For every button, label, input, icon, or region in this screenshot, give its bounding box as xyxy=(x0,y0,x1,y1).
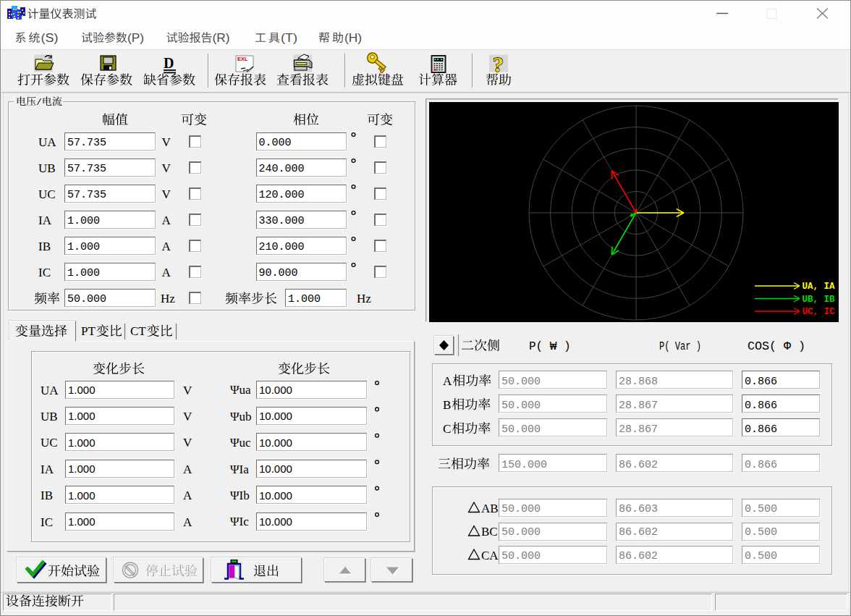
svg-text:CT: CT xyxy=(130,324,146,338)
svg-text:A: A xyxy=(183,489,192,502)
svg-text:10.000: 10.000 xyxy=(259,515,292,528)
svg-text:10.000: 10.000 xyxy=(259,410,292,422)
svg-text:210.000: 210.000 xyxy=(259,241,305,253)
svg-text:0.500: 0.500 xyxy=(745,503,777,515)
svg-text:50.000: 50.000 xyxy=(501,526,541,539)
svg-text:V: V xyxy=(162,161,172,175)
svg-text:AB: AB xyxy=(481,502,499,515)
svg-text:10.000: 10.000 xyxy=(259,463,292,475)
svg-text:V: V xyxy=(162,187,172,201)
svg-text:D: D xyxy=(164,55,174,71)
svg-text:(R): (R) xyxy=(213,32,230,44)
svg-text:50.000: 50.000 xyxy=(67,293,106,305)
svg-text:ΨIc: ΨIc xyxy=(230,515,249,528)
svg-text:50.000: 50.000 xyxy=(501,376,541,388)
svg-text:(S): (S) xyxy=(41,32,59,44)
svg-text:UC, IC: UC, IC xyxy=(803,307,836,317)
svg-text:V: V xyxy=(162,135,172,149)
svg-text:C: C xyxy=(443,422,451,436)
svg-text:COS( Φ ): COS( Φ ) xyxy=(748,340,805,353)
svg-text:EXL: EXL xyxy=(237,56,248,62)
svg-text:(T): (T) xyxy=(281,32,297,44)
svg-text:ΨIa: ΨIa xyxy=(230,463,249,476)
svg-text:Ψub: Ψub xyxy=(230,410,252,423)
svg-text:V: V xyxy=(183,384,192,397)
svg-text:(P): (P) xyxy=(127,32,144,44)
svg-text:A: A xyxy=(162,240,172,253)
svg-text:UA, IA: UA, IA xyxy=(803,282,836,292)
svg-text:0.866: 0.866 xyxy=(745,459,777,471)
svg-text:A: A xyxy=(183,463,192,476)
svg-text:?: ? xyxy=(493,52,504,76)
svg-text:28.868: 28.868 xyxy=(619,376,658,388)
svg-text:ΨIb: ΨIb xyxy=(230,489,250,502)
svg-text:UC: UC xyxy=(38,187,56,201)
svg-text:(H): (H) xyxy=(344,32,362,44)
svg-text:1.000: 1.000 xyxy=(68,489,96,502)
svg-text:1.000: 1.000 xyxy=(68,436,96,449)
svg-text:0.866: 0.866 xyxy=(745,423,777,436)
svg-text:Ψua: Ψua xyxy=(230,383,251,397)
svg-text:1.000: 1.000 xyxy=(68,515,96,528)
svg-text:1.000: 1.000 xyxy=(68,410,96,422)
svg-text:0.000: 0.000 xyxy=(259,137,292,149)
svg-text:1.000: 1.000 xyxy=(67,241,100,253)
svg-text:86.602: 86.602 xyxy=(619,526,658,539)
svg-text:V: V xyxy=(183,436,192,450)
svg-text:86.602: 86.602 xyxy=(619,550,658,562)
svg-text:UB: UB xyxy=(41,410,58,423)
svg-text:BC: BC xyxy=(481,525,498,539)
svg-text:50.000: 50.000 xyxy=(501,423,541,436)
svg-text:Hz: Hz xyxy=(357,292,371,305)
svg-text:A: A xyxy=(443,374,452,388)
svg-text:28.867: 28.867 xyxy=(619,400,658,412)
svg-text:UB, IB: UB, IB xyxy=(803,295,836,305)
svg-text:0.866: 0.866 xyxy=(745,376,777,388)
svg-text:86.603: 86.603 xyxy=(619,503,658,515)
svg-text:IB: IB xyxy=(41,489,53,502)
svg-text:50.000: 50.000 xyxy=(501,503,541,515)
svg-text:PT: PT xyxy=(81,324,96,338)
svg-text:A: A xyxy=(162,214,172,227)
svg-text:1.000: 1.000 xyxy=(68,384,96,396)
svg-text:0.500: 0.500 xyxy=(745,526,777,539)
svg-text:IA: IA xyxy=(38,214,52,227)
svg-text:UA: UA xyxy=(41,384,59,397)
svg-text:150.000: 150.000 xyxy=(501,459,547,471)
svg-text:50.000: 50.000 xyxy=(501,550,541,562)
svg-text:57.735: 57.735 xyxy=(67,163,106,175)
svg-text:CA: CA xyxy=(481,549,499,562)
svg-text:1.000: 1.000 xyxy=(288,293,321,305)
svg-text:10.000: 10.000 xyxy=(259,489,292,502)
svg-text:IA: IA xyxy=(41,463,54,476)
svg-text:B: B xyxy=(443,398,451,412)
svg-text:57.735: 57.735 xyxy=(67,137,106,149)
svg-text:1.000: 1.000 xyxy=(68,463,96,475)
svg-text:P( ₩ ): P( ₩ ) xyxy=(529,340,571,353)
svg-text:V: V xyxy=(183,410,192,423)
svg-text:IB: IB xyxy=(38,240,51,253)
svg-text:330.000: 330.000 xyxy=(259,215,305,227)
svg-text:Hz: Hz xyxy=(161,292,175,305)
svg-text:10.000: 10.000 xyxy=(259,384,292,396)
svg-text:90.000: 90.000 xyxy=(259,267,298,279)
svg-text:A: A xyxy=(162,266,172,279)
svg-text:120.000: 120.000 xyxy=(259,189,305,201)
svg-text:P( Var ): P( Var ) xyxy=(659,340,701,353)
svg-text:1.000: 1.000 xyxy=(67,215,100,227)
svg-text:UA: UA xyxy=(38,135,56,149)
svg-text:IC: IC xyxy=(38,266,51,279)
svg-text:IC: IC xyxy=(41,515,53,529)
svg-text:57.735: 57.735 xyxy=(67,189,106,201)
svg-text:86.602: 86.602 xyxy=(619,459,658,471)
svg-text:0.500: 0.500 xyxy=(745,550,777,562)
svg-text:A: A xyxy=(183,515,192,529)
svg-text:UB: UB xyxy=(38,161,56,175)
svg-text:1.000: 1.000 xyxy=(67,267,100,279)
svg-text:/: / xyxy=(36,97,42,108)
svg-text:Ψuc: Ψuc xyxy=(230,436,251,450)
svg-text:240.000: 240.000 xyxy=(259,163,305,175)
svg-text:50.000: 50.000 xyxy=(501,400,541,412)
svg-text:10.000: 10.000 xyxy=(259,436,292,449)
svg-text:0.866: 0.866 xyxy=(745,400,777,412)
